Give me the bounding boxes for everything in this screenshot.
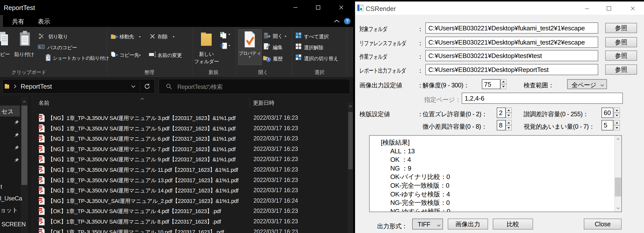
address-dropdown-icon[interactable] (131, 85, 136, 89)
paste-button-label[interactable]: 貼り付け (14, 51, 34, 58)
micro-diff-input[interactable]: 8 (497, 120, 506, 130)
file-list-area: セス t l_UseCa ョット SCREEN 名前 更新日時 PDF【NG】 (0, 96, 353, 233)
file-list-scrollbar[interactable] (348, 102, 353, 233)
folder-field-label: 対象フォルダ (360, 25, 387, 33)
sidebar-scrollbar-thumb[interactable] (22, 106, 27, 185)
sidebar-item[interactable]: SCREEN (2, 221, 26, 228)
copy-path-button[interactable]: パスのコピー (47, 44, 77, 51)
select-all-button[interactable]: すべて選択 (304, 33, 328, 40)
tab-share[interactable]: 共有 (12, 18, 24, 26)
results-scroll-up-icon[interactable] (615, 136, 621, 142)
rename-button[interactable]: 名前の変更 (158, 52, 182, 59)
folder-icon (5, 82, 11, 91)
file-row[interactable]: PDF【OK】1章_TP-JL350UV SAI運用マニュアル 4.pdf【22… (35, 206, 347, 216)
close-button[interactable] (332, 0, 350, 15)
file-row[interactable]: PDF【OK】1章_TP-JL350UV SAI運用マニュアル 8.pdf【22… (35, 216, 347, 226)
folder-path-input[interactable]: C:¥Users¥EB030221¥Desktop¥test¥test (425, 50, 598, 61)
position-tolerance-input[interactable]: 2 (497, 108, 506, 118)
help-icon[interactable]: ? (344, 18, 350, 24)
compare-button[interactable]: 比較 (493, 218, 533, 229)
browse-button[interactable]: 参照 (605, 65, 637, 75)
csrender-maximize-button[interactable] (604, 5, 614, 12)
breadcrumb[interactable]: ReportTest (21, 83, 52, 90)
tab-view[interactable]: 表示 (38, 18, 50, 26)
open-button[interactable]: 開く (273, 33, 282, 40)
file-row[interactable]: PDF【NG】1章_TP-JL350UV SAI運用マニュアル 5.pdf【22… (35, 123, 347, 133)
file-row[interactable]: PDF【NG】1章_TP-JL350UV SAI運用マニュアル 7.pdf【22… (35, 144, 347, 154)
pages-input[interactable]: 1,2,4-6 (462, 93, 623, 104)
file-row[interactable]: PDF【NG】1章_TP-JL350UV SAI運用マニュアル 9.pdf【22… (35, 154, 347, 164)
copy-to-icon (111, 52, 118, 59)
csrender-minimize-button[interactable] (582, 5, 592, 12)
file-row[interactable]: PDF【NG】1章_TP-JL350UV_SAI運用マニュアル_2.pdf【22… (35, 195, 347, 206)
browse-button[interactable]: 参照 (605, 37, 637, 47)
output-format-dropdown[interactable]: TIFF (412, 218, 443, 229)
cut-button[interactable]: 切り取り (48, 33, 68, 40)
invert-selection-button[interactable]: 選択の切り替え (304, 55, 338, 62)
file-row[interactable]: PDF【NG】1章_TP-JL350UV SAI運用マニュアル 6.pdf【22… (35, 133, 347, 144)
file-row[interactable]: PDF【NG】1章_TP-JL350UV SAI運用マニュアル 13.pdf【2… (35, 175, 347, 185)
browse-button[interactable]: 参照 (605, 23, 637, 33)
select-none-button[interactable]: 選択解除 (304, 44, 323, 51)
sidebar-scrollbar[interactable] (21, 97, 28, 233)
copy-to-button[interactable]: コピー先 (120, 52, 139, 59)
move-to-button[interactable]: 移動先 (120, 33, 134, 40)
delete-button[interactable]: 削除 (158, 33, 168, 40)
file-row[interactable]: PDF【NG】1章_TP-JL350UV SAI運用マニュアル 14.pdf【2… (35, 185, 347, 195)
address-bar[interactable]: ReportTest (2, 79, 155, 94)
new-folder-label-line1[interactable]: 新しい (194, 51, 219, 58)
ribbon-collapse-icon[interactable] (334, 19, 340, 24)
properties-button-label[interactable]: プロパティ (238, 50, 262, 56)
position-tolerance-label: 位置ズレ許容量(0 - 2)： (422, 110, 487, 118)
easy-access-icon[interactable] (220, 42, 228, 51)
column-header-modified[interactable]: 更新日時 (253, 99, 274, 107)
csrender-close-button[interactable] (628, 5, 638, 12)
visual-fuzzy-input[interactable]: 5 (602, 120, 614, 130)
file-row[interactable]: PDF【OK】1章_TP-JL350UV SAI運用マニュアル 10.pdf【2… (35, 226, 347, 233)
resolution-input[interactable]: 75 (482, 79, 500, 89)
sidebar-item[interactable]: l_UseCa (0, 195, 22, 202)
sidebar-item-quick-access[interactable]: セス (0, 106, 20, 117)
copy-button-label-partial[interactable]: ピー (0, 51, 10, 58)
sidebar-item[interactable]: ョット (0, 206, 18, 214)
tab-file-partial[interactable] (0, 15, 3, 27)
refresh-icon[interactable] (144, 83, 151, 91)
file-scroll-up-icon[interactable] (349, 104, 352, 109)
folder-field-label: リファレンスフォルダ (360, 39, 406, 47)
close-button-csrender[interactable]: Close (584, 218, 622, 229)
file-list-scrollbar-thumb[interactable] (348, 112, 353, 169)
browse-button[interactable]: 参照 (605, 51, 637, 61)
maximize-button[interactable] (310, 0, 327, 15)
new-item-icon[interactable] (220, 31, 228, 40)
svg-text:PDF: PDF (39, 229, 44, 232)
folder-path-input[interactable]: C:¥Users¥EB030221¥Desktop¥ReportTest (425, 64, 598, 75)
sidebar-item[interactable]: t (0, 183, 2, 190)
edit-button[interactable]: 編集 (273, 44, 282, 51)
column-header-name[interactable]: 名前 (38, 99, 49, 107)
copy-icon[interactable] (0, 31, 10, 47)
explorer-window-title: ReportTest (4, 4, 35, 12)
tone-tolerance-input[interactable]: 60 (602, 108, 614, 118)
pdf-file-icon: PDF (38, 114, 45, 123)
history-button[interactable]: 履歴 (273, 56, 282, 62)
results-scroll-down-icon[interactable] (615, 205, 621, 211)
minimize-button[interactable] (287, 0, 304, 15)
range-dropdown[interactable]: 全ページ (567, 79, 607, 89)
results-textarea[interactable]: [検版結果]ALL：13OK ：4NG ：9OK-バイナリ比較：0OK-完全一致… (369, 135, 622, 212)
paste-shortcut-button[interactable]: ショートカットの貼り付け (53, 55, 109, 62)
search-box[interactable]: ReportTestの検索 (159, 79, 350, 94)
results-scrollbar-thumb[interactable] (615, 177, 621, 196)
file-row[interactable]: PDF【NG】1章_TP-JL350UV SAI運用マニュアル 11.pdf【2… (35, 164, 347, 175)
folder-path-input[interactable]: C:¥Users¥EB030221¥Desktop¥fukami_test2¥2… (425, 37, 598, 48)
new-folder-label-line2[interactable]: フォルダー (194, 58, 219, 65)
folder-path-input[interactable]: C:¥Users¥EB030221¥Desktop¥fukami_test2¥1… (425, 23, 598, 34)
paste-icon[interactable] (20, 31, 30, 47)
breadcrumb-chevron-icon (13, 84, 17, 90)
file-row[interactable]: PDF【NG】1章_TP-JL350UV SAI運用マニュアル 3.pdf【22… (35, 113, 347, 123)
new-folder-icon[interactable] (200, 31, 212, 47)
results-scrollbar[interactable] (614, 136, 621, 211)
results-line: NG-ゆすらせ検版：0 (390, 207, 450, 212)
select-none-icon (296, 43, 302, 51)
image-output-button[interactable]: 画像出力 (448, 218, 488, 229)
sidebar-scroll-up-icon[interactable] (23, 100, 26, 104)
